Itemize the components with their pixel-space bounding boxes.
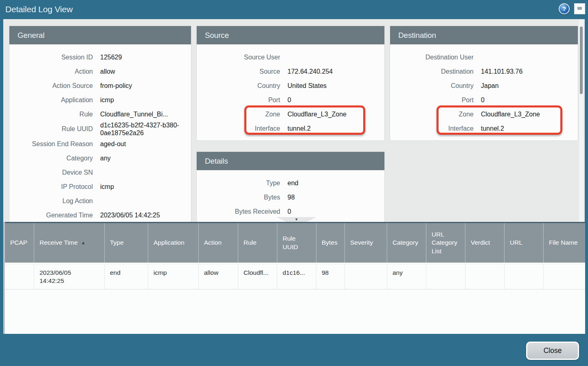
column-header-receive-time[interactable]: Receive Time ▲: [34, 223, 105, 263]
field-value: d1c16235-b2f2-4327-b380-0ae1875e2a26: [100, 121, 186, 137]
cell-url-category-list: [426, 264, 465, 289]
column-header-url-category-list[interactable]: URL Category List: [426, 223, 465, 263]
field-label: Interface: [197, 125, 280, 132]
field-label: Country: [390, 82, 474, 90]
field-label: Port: [197, 96, 280, 104]
field-label: Session End Reason: [9, 140, 93, 148]
panel-scrollbar-thumb[interactable]: [580, 26, 583, 94]
field-source-zone: Zone Cloudflare_L3_Zone: [197, 107, 384, 121]
field-source-port: Port 0: [197, 93, 384, 107]
field-category: Category any: [9, 151, 191, 165]
panel-source-body: Source User Source 172.64.240.254 Countr…: [197, 44, 384, 140]
related-logs-table: ▼ PCAP Receive Time ▲ Type Application A…: [3, 222, 585, 334]
field-value: any: [100, 154, 111, 162]
window-dock-icon[interactable]: [574, 3, 585, 14]
field-label: Action: [9, 68, 93, 75]
log-detail-area: General Session ID 125629 Action allow A…: [3, 19, 585, 222]
cell-verdict: [465, 264, 505, 289]
cell-file-name: [544, 264, 585, 289]
table-row[interactable]: 2023/06/05 14:42:25 end icmp allow Cloud…: [5, 264, 585, 289]
field-bytes-received: Bytes Received 0: [197, 204, 384, 219]
field-rule-uuid: Rule UUID d1c16235-b2f2-4327-b380-0ae187…: [9, 121, 191, 137]
field-value: 0: [287, 208, 291, 215]
help-icon[interactable]: ?: [559, 3, 570, 14]
field-application: Application icmp: [9, 93, 191, 107]
field-label: Source: [197, 68, 280, 75]
column-header-verdict[interactable]: Verdict: [465, 223, 505, 263]
column-header-rule[interactable]: Rule: [238, 223, 277, 263]
column-header-url[interactable]: URL: [505, 223, 544, 263]
field-type: Type end: [197, 176, 384, 190]
field-value: Cloudflare_L3_Zone: [481, 110, 540, 118]
column-header-type[interactable]: Type: [105, 223, 148, 263]
help-glyph: ?: [562, 5, 566, 12]
field-value: from-policy: [100, 82, 132, 90]
field-label: Bytes: [197, 194, 280, 201]
cell-action: allow: [199, 264, 238, 289]
column-header-severity[interactable]: Severity: [345, 223, 387, 263]
field-value: end: [287, 179, 298, 187]
table-header-row: PCAP Receive Time ▲ Type Application Act…: [5, 222, 585, 263]
field-value: tunnel.2: [481, 125, 504, 132]
field-destination-zone: Zone Cloudflare_L3_Zone: [390, 107, 578, 121]
field-value: United States: [287, 82, 327, 90]
column-header-application[interactable]: Application: [148, 223, 199, 263]
field-destination-country: Country Japan: [390, 79, 578, 93]
field-generated-time: Generated Time 2023/06/05 14:42:25: [9, 208, 191, 222]
field-value: 125629: [100, 53, 122, 61]
field-action-source: Action Source from-policy: [9, 79, 191, 93]
cell-type: end: [105, 264, 148, 289]
cell-pcap: [5, 264, 34, 289]
field-source-user: Source User: [197, 50, 384, 64]
field-session-id: Session ID 125629: [9, 50, 191, 64]
cell-category: any: [387, 264, 426, 289]
field-value: allow: [100, 68, 115, 75]
panel-destination: Destination Destination User Destination…: [390, 26, 578, 141]
column-header-action[interactable]: Action: [199, 223, 238, 263]
panel-scrollbar-track: [579, 20, 584, 221]
field-destination-address: Destination 141.101.93.76: [390, 64, 578, 79]
column-header-category[interactable]: Category: [387, 223, 426, 263]
field-label: Destination User: [390, 54, 474, 61]
cell-severity: [345, 264, 387, 289]
panel-details-body: Type end Bytes 98 Bytes Received 0: [197, 170, 384, 222]
field-source-interface: Interface tunnel.2: [197, 121, 384, 136]
field-label: Port: [390, 96, 474, 104]
cell-url: [505, 264, 544, 289]
field-label: Category: [9, 155, 93, 162]
column-header-pcap[interactable]: PCAP: [5, 223, 34, 263]
field-value: aged-out: [100, 140, 126, 148]
field-label: Zone: [390, 111, 474, 118]
cell-rule: Cloudfl...: [238, 264, 277, 289]
chevron-down-icon: ▼: [295, 218, 298, 221]
field-label: Generated Time: [9, 212, 93, 219]
field-label: Session ID: [9, 54, 93, 61]
field-label: Zone: [197, 111, 280, 118]
field-log-action: Log Action: [9, 194, 191, 208]
panel-general: General Session ID 125629 Action allow A…: [9, 26, 191, 222]
field-value: 98: [287, 193, 295, 201]
field-value: Cloudflare_Tunnel_Bi...: [100, 110, 168, 118]
field-value: Japan: [481, 82, 499, 90]
field-destination-user: Destination User: [390, 50, 578, 64]
field-destination-port: Port 0: [390, 93, 578, 107]
field-label: Country: [197, 82, 280, 90]
window-glyph: [577, 6, 583, 11]
column-header-rule-uuid[interactable]: Rule UUID: [277, 223, 316, 263]
close-button[interactable]: Close: [526, 342, 579, 360]
panel-destination-title: Destination: [390, 26, 578, 44]
column-header-bytes[interactable]: Bytes: [316, 223, 345, 263]
middle-column: Source Source User Source 172.64.240.254…: [196, 26, 385, 222]
field-label: Rule UUID: [9, 125, 93, 133]
column-header-file-name[interactable]: File Name: [544, 223, 585, 263]
sort-ascending-icon: ▲: [81, 240, 86, 245]
field-label: Device SN: [9, 169, 93, 176]
field-source-address: Source 172.64.240.254: [197, 64, 384, 79]
dialog-title: Detailed Log View: [5, 4, 73, 14]
cell-rule-uuid: d1c16...: [277, 264, 316, 289]
field-ip-protocol: IP Protocol icmp: [9, 180, 191, 194]
field-label: IP Protocol: [9, 183, 93, 191]
detailed-log-view-dialog: Detailed Log View ? General Session ID 1…: [0, 0, 588, 366]
field-label: Bytes Received: [197, 208, 280, 215]
field-label: Destination: [390, 68, 474, 75]
